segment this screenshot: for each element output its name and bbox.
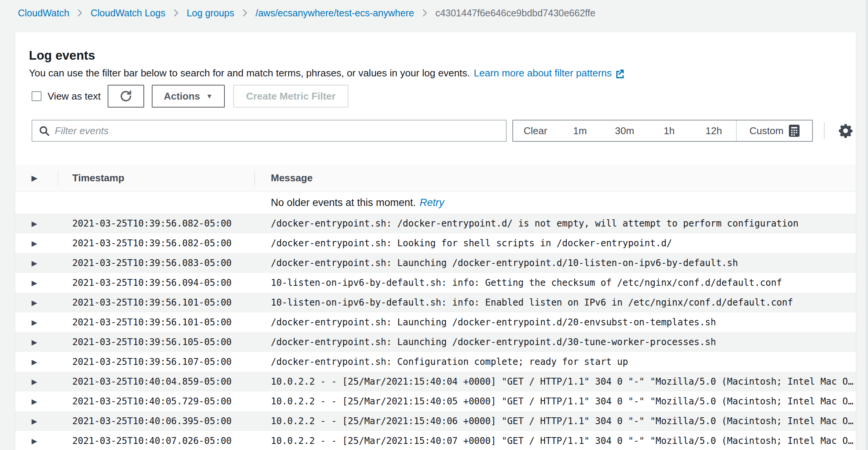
log-event-row[interactable]: ▶ 2021-03-25T10:39:56.094-05:00 10-liste…	[15, 273, 856, 293]
panel-description: You can use the filter bar below to sear…	[29, 67, 625, 79]
log-timestamp: 2021-03-25T10:39:56.107-05:00	[58, 357, 254, 367]
log-events-table: ▶ Timestamp Message No older events at t…	[15, 165, 856, 450]
log-event-row[interactable]: ▶ 2021-03-25T10:39:56.082-05:00 /docker-…	[15, 214, 856, 233]
log-timestamp: 2021-03-25T10:40:04.859-05:00	[58, 376, 254, 387]
log-event-row[interactable]: ▶ 2021-03-25T10:40:06.395-05:00 10.0.2.2…	[15, 411, 856, 431]
log-event-row[interactable]: ▶ 2021-03-25T10:40:05.729-05:00 10.0.2.2…	[15, 391, 856, 411]
description-text: You can use the filter bar below to sear…	[29, 67, 470, 79]
expand-row-icon[interactable]: ▶	[32, 358, 37, 366]
refresh-button[interactable]	[108, 85, 144, 108]
breadcrumb-chevron-icon	[243, 9, 247, 17]
time-range-group: Clear1m30m1h12h Custom	[512, 120, 813, 142]
breadcrumb-current: c4301447f6e646ce9bdbd7430e662ffe	[436, 8, 596, 19]
log-message: /docker-entrypoint.sh: /docker-entrypoin…	[254, 218, 856, 229]
expand-all-icon[interactable]: ▶	[32, 174, 37, 182]
log-message: /docker-entrypoint.sh: Configuration com…	[254, 357, 856, 367]
refresh-icon	[119, 89, 133, 103]
time-range-1m[interactable]: 1m	[558, 120, 602, 141]
top-navigation-bar: CloudWatch CloudWatch Logs Log groups /a…	[0, 0, 868, 26]
time-range-12h[interactable]: 12h	[692, 120, 736, 141]
filter-events-input[interactable]	[55, 125, 500, 137]
log-event-row[interactable]: ▶ 2021-03-25T10:39:56.101-05:00 10-liste…	[15, 293, 856, 312]
expand-row-icon[interactable]: ▶	[32, 260, 37, 267]
actions-button[interactable]: Actions ▼	[152, 85, 225, 108]
expand-row-icon[interactable]: ▶	[32, 437, 37, 445]
log-timestamp: 2021-03-25T10:40:07.026-05:00	[58, 436, 254, 446]
log-message: 10.0.2.2 - - [25/Mar/2021:15:40:05 +0000…	[254, 396, 856, 407]
log-event-row[interactable]: ▶ 2021-03-25T10:39:56.107-05:00 /docker-…	[15, 352, 856, 372]
log-message: 10-listen-on-ipv6-by-default.sh: info: G…	[254, 277, 856, 288]
toolbar-divider	[824, 122, 825, 139]
breadcrumb-link[interactable]: Log groups	[187, 8, 234, 19]
log-event-row[interactable]: ▶ 2021-03-25T10:40:04.859-05:00 10.0.2.2…	[15, 372, 856, 391]
log-timestamp: 2021-03-25T10:39:56.101-05:00	[58, 317, 254, 328]
search-icon	[38, 125, 50, 136]
log-timestamp: 2021-03-25T10:39:56.082-05:00	[58, 218, 254, 229]
external-link-icon	[615, 68, 625, 78]
log-timestamp: 2021-03-25T10:39:56.094-05:00	[58, 277, 254, 288]
log-message: /docker-entrypoint.sh: Launching /docker…	[254, 317, 856, 328]
log-timestamp: 2021-03-25T10:39:56.082-05:00	[58, 238, 254, 249]
page-title: Log events	[29, 48, 95, 63]
expand-row-icon[interactable]: ▶	[32, 378, 37, 385]
log-timestamp: 2021-03-25T10:39:56.105-05:00	[58, 337, 254, 347]
log-message: /docker-entrypoint.sh: Looking for shell…	[254, 238, 856, 249]
log-message: 10-listen-on-ipv6-by-default.sh: info: E…	[254, 297, 856, 308]
breadcrumb-link[interactable]: CloudWatch	[18, 8, 69, 19]
log-event-row[interactable]: ▶ 2021-03-25T10:39:56.105-05:00 /docker-…	[15, 332, 856, 352]
log-timestamp: 2021-03-25T10:39:56.083-05:00	[58, 258, 254, 268]
expand-row-icon[interactable]: ▶	[32, 299, 37, 306]
expand-row-icon[interactable]: ▶	[32, 398, 37, 405]
column-header-timestamp[interactable]: Timestamp	[58, 172, 254, 184]
view-as-text-checkbox[interactable]	[32, 91, 41, 101]
breadcrumb: CloudWatch CloudWatch Logs Log groups /a…	[18, 8, 595, 19]
log-events-panel: Log events You can use the filter bar be…	[15, 32, 856, 450]
expand-row-icon[interactable]: ▶	[32, 418, 37, 425]
preferences-button[interactable]	[838, 123, 854, 139]
breadcrumb-chevron-icon	[78, 9, 82, 17]
notice-text: No older events at this moment.	[271, 197, 416, 209]
calendar-icon	[789, 125, 800, 137]
log-event-row[interactable]: ▶ 2021-03-25T10:39:56.082-05:00 /docker-…	[15, 233, 856, 253]
log-event-row[interactable]: ▶ 2021-03-25T10:40:07.026-05:00 10.0.2.2…	[15, 431, 856, 450]
expand-row-icon[interactable]: ▶	[32, 339, 37, 346]
view-as-text-label: View as text	[48, 90, 101, 102]
filter-events-searchbox[interactable]	[32, 120, 507, 142]
toolbar: View as text Actions ▼ Create Metric Fil…	[32, 85, 348, 108]
log-event-row[interactable]: ▶ 2021-03-25T10:39:56.083-05:00 /docker-…	[15, 253, 856, 273]
log-message: /docker-entrypoint.sh: Launching /docker…	[254, 258, 856, 268]
time-range-30m[interactable]: 30m	[602, 120, 647, 141]
breadcrumb-chevron-icon	[174, 9, 178, 17]
column-header-message[interactable]: Message	[254, 172, 856, 184]
time-range-1h[interactable]: 1h	[647, 120, 692, 141]
log-timestamp: 2021-03-25T10:40:05.729-05:00	[58, 396, 254, 407]
breadcrumb-link[interactable]: CloudWatch Logs	[91, 8, 165, 19]
log-message: 10.0.2.2 - - [25/Mar/2021:15:40:07 +0000…	[254, 436, 856, 446]
expand-row-icon[interactable]: ▶	[32, 220, 37, 227]
scrollbar-track[interactable]	[866, 0, 868, 450]
time-range-clear[interactable]: Clear	[513, 120, 558, 141]
breadcrumb-chevron-icon	[423, 9, 427, 17]
chevron-down-icon: ▼	[206, 93, 213, 100]
retry-link[interactable]: Retry	[420, 197, 444, 209]
no-older-events-notice: No older events at this moment. Retry	[15, 192, 856, 214]
expand-row-icon[interactable]: ▶	[32, 240, 37, 247]
expand-row-icon[interactable]: ▶	[32, 279, 37, 287]
log-timestamp: 2021-03-25T10:40:06.395-05:00	[58, 416, 254, 426]
log-rows: ▶ 2021-03-25T10:39:56.082-05:00 /docker-…	[15, 214, 856, 450]
log-message: 10.0.2.2 - - [25/Mar/2021:15:40:04 +0000…	[254, 376, 856, 387]
time-range-custom-button[interactable]: Custom	[736, 120, 812, 141]
table-header: ▶ Timestamp Message	[15, 165, 856, 192]
expand-row-icon[interactable]: ▶	[32, 319, 37, 326]
learn-more-link[interactable]: Learn more about filter patterns	[474, 67, 625, 79]
create-metric-filter-button[interactable]: Create Metric Filter	[233, 85, 349, 108]
gear-icon	[838, 123, 854, 139]
log-message: 10.0.2.2 - - [25/Mar/2021:15:40:06 +0000…	[254, 416, 856, 426]
log-event-row[interactable]: ▶ 2021-03-25T10:39:56.101-05:00 /docker-…	[15, 312, 856, 332]
log-message: /docker-entrypoint.sh: Launching /docker…	[254, 337, 856, 347]
log-timestamp: 2021-03-25T10:39:56.101-05:00	[58, 297, 254, 308]
filter-row: Clear1m30m1h12h Custom	[32, 119, 854, 142]
breadcrumb-link[interactable]: /aws/ecsanywhere/test-ecs-anywhere	[256, 8, 414, 19]
